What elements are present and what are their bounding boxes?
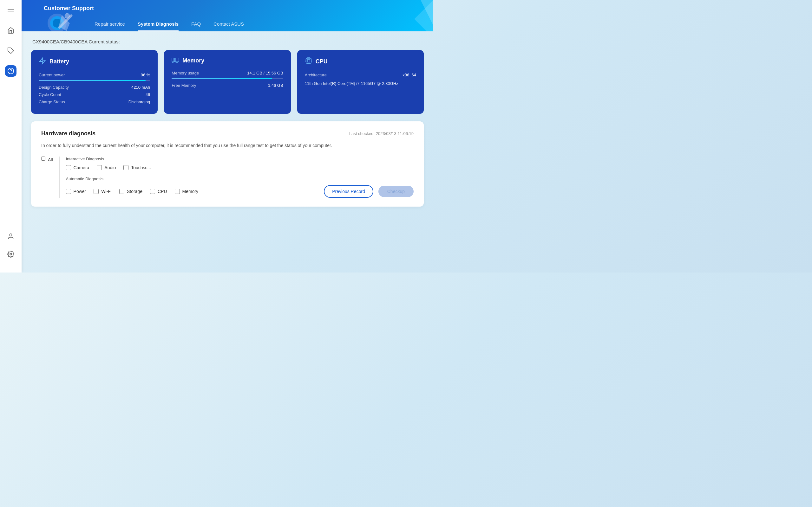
memory-card: Memory Memory usage 14.1 GB / 15.56 GB F… [164, 50, 291, 114]
checkbox-storage[interactable]: Storage [119, 189, 142, 194]
checkbox-audio[interactable]: Audio [97, 165, 116, 170]
checkbox-touchscreen[interactable]: Touchsc... [123, 165, 151, 170]
cpu-architecture-row: Architecture x86_64 [305, 72, 416, 77]
interactive-diagnosis-section: Interactive Diagnosis Camera Audio [66, 157, 414, 170]
memory-progress-bar [171, 78, 272, 79]
categories-section: Interactive Diagnosis Camera Audio [66, 157, 414, 198]
sidebar-item-tag[interactable] [5, 45, 16, 56]
battery-charge-status-value: Discharging [129, 100, 150, 104]
diagnosis-title: Hardware diagnosis [41, 130, 96, 137]
storage-label: Storage [127, 189, 142, 194]
diagnosis-description: In order to fully understand the current… [41, 142, 414, 149]
wifi-checkbox[interactable] [94, 189, 99, 194]
battery-card-title: Battery [49, 58, 69, 65]
memory-label: Memory [183, 189, 199, 194]
battery-design-capacity-label: Design Capacity [39, 85, 69, 90]
battery-cycle-count-row: Cycle Count 46 [39, 92, 150, 97]
cpu-card-title: CPU [316, 58, 328, 65]
storage-checkbox[interactable] [119, 189, 124, 194]
battery-card-header: Battery [39, 57, 150, 66]
svg-rect-23 [307, 60, 310, 62]
battery-design-capacity-row: Design Capacity 4210 mAh [39, 85, 150, 90]
interactive-checkboxes: Camera Audio Touchsc... [66, 165, 414, 170]
memory-progress-container [171, 78, 283, 79]
svg-point-3 [9, 234, 12, 236]
battery-design-capacity-value: 4210 mAh [131, 85, 150, 90]
all-checkbox[interactable] [41, 157, 45, 161]
checkbox-wifi[interactable]: Wi-Fi [94, 189, 112, 194]
checkup-button[interactable]: Checkup [378, 186, 414, 197]
tab-system-diagnosis[interactable]: System Diagnosis [138, 21, 179, 32]
battery-charge-status-label: Charge Status [39, 100, 65, 104]
battery-current-power-row: Current power 96 % [39, 72, 150, 77]
battery-card: Battery Current power 96 % Design Capaci… [31, 50, 158, 114]
touchscreen-label: Touchsc... [131, 165, 151, 170]
diagnosis-header: Hardware diagnosis Last checked: 2023/03… [41, 130, 414, 137]
svg-point-4 [10, 253, 12, 255]
sidebar-item-settings[interactable] [5, 248, 16, 260]
svg-point-9 [65, 13, 70, 18]
tab-contact-asus[interactable]: Contact ASUS [213, 21, 244, 32]
main-content: Customer Support Repair serv [21, 0, 433, 273]
tab-repair-service[interactable]: Repair service [95, 21, 125, 32]
hardware-diagnosis-card: Hardware diagnosis Last checked: 2023/03… [31, 121, 424, 207]
battery-cycle-count-value: 46 [146, 92, 150, 97]
memory-icon [171, 57, 179, 64]
header-logo [44, 6, 79, 32]
sidebar-item-home[interactable] [5, 25, 16, 36]
corner-decoration [395, 0, 433, 32]
cpu-checkbox[interactable] [150, 189, 155, 194]
memory-checkbox[interactable] [175, 189, 180, 194]
all-label[interactable]: All [48, 157, 53, 162]
checkbox-cpu[interactable]: CPU [150, 189, 167, 194]
cpu-card: CPU Architecture x86_64 11th Gen Intel(R… [297, 50, 424, 114]
content-area: CX9400CEA/CB9400CEA Current status: Batt… [21, 32, 433, 273]
cpu-icon [305, 57, 312, 66]
battery-progress-bar [39, 80, 146, 81]
battery-charge-status-row: Charge Status Discharging [39, 100, 150, 104]
cpu-card-header: CPU [305, 57, 416, 66]
sidebar [0, 0, 21, 273]
cpu-label: CPU [158, 189, 167, 194]
automatic-section-title: Automatic Diagnosis [66, 176, 414, 181]
camera-label: Camera [73, 165, 90, 170]
cpu-architecture-value: x86_64 [403, 72, 416, 77]
action-buttons: Previous Record Checkup [324, 185, 414, 198]
power-label: Power [73, 189, 86, 194]
previous-record-button[interactable]: Previous Record [324, 185, 373, 198]
header: Customer Support Repair serv [21, 0, 433, 32]
diagnosis-sections: All Interactive Diagnosis Camera [41, 157, 414, 198]
sidebar-item-support[interactable] [5, 65, 16, 77]
svg-rect-22 [306, 58, 311, 63]
memory-card-header: Memory [171, 57, 283, 64]
touchscreen-checkbox[interactable] [123, 165, 129, 170]
power-checkbox[interactable] [66, 189, 71, 194]
battery-icon [39, 57, 46, 66]
all-section: All [41, 157, 60, 198]
battery-current-power-value: 96 % [141, 72, 150, 77]
nav-tabs: Repair service System Diagnosis FAQ Cont… [31, 15, 424, 32]
memory-usage-label: Memory usage [171, 71, 199, 75]
camera-checkbox[interactable] [66, 165, 71, 170]
sidebar-bottom [5, 231, 16, 266]
sidebar-item-user[interactable] [5, 231, 16, 242]
interactive-section-title: Interactive Diagnosis [66, 157, 414, 161]
status-cards: Battery Current power 96 % Design Capaci… [31, 50, 424, 114]
checkbox-memory[interactable]: Memory [175, 189, 199, 194]
battery-progress-container [39, 80, 150, 81]
memory-free-label: Free Memory [171, 83, 196, 88]
hamburger-menu[interactable] [5, 6, 16, 16]
memory-free-value: 1.46 GB [268, 83, 283, 88]
last-checked: Last checked: 2023/03/13 11:06:19 [349, 131, 414, 136]
battery-current-power-label: Current power [39, 72, 65, 77]
checkbox-camera[interactable]: Camera [66, 165, 90, 170]
battery-cycle-count-label: Cycle Count [39, 92, 61, 97]
memory-free-row: Free Memory 1.46 GB [171, 83, 283, 88]
memory-usage-row: Memory usage 14.1 GB / 15.56 GB [171, 71, 283, 75]
cpu-architecture-label: Architecture [305, 72, 327, 77]
audio-checkbox[interactable] [97, 165, 102, 170]
automatic-diagnosis-section: Automatic Diagnosis Power Wi-Fi [66, 176, 414, 198]
tab-faq[interactable]: FAQ [191, 21, 201, 32]
automatic-row: Power Wi-Fi Storage [66, 185, 414, 198]
checkbox-power[interactable]: Power [66, 189, 86, 194]
